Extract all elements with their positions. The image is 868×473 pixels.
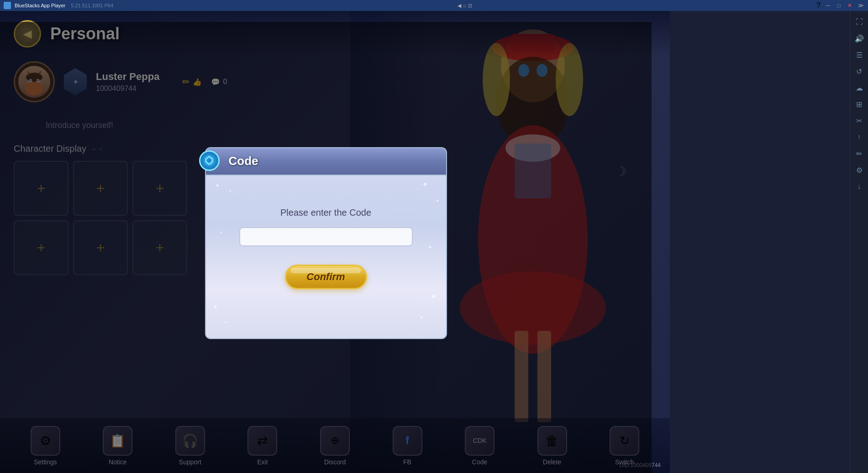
sparkle-2: ✦ — [229, 189, 232, 193]
sparkle-9: ✦ — [220, 230, 223, 234]
title-bar-nav: ◀ ⌂ ⊡ — [458, 3, 472, 9]
sparkle-6: ✦ — [224, 320, 227, 324]
sidebar-expand-icon[interactable]: ⛶ — [852, 15, 867, 29]
icon-question[interactable]: ? — [816, 1, 821, 10]
nav-back[interactable]: ◀ — [458, 3, 461, 9]
sparkle-10: ✦ — [428, 244, 432, 250]
sidebar-up-icon[interactable]: ↑ — [852, 130, 867, 144]
dialog-header: Code — [205, 147, 447, 175]
sidebar-toggle[interactable]: ≫ — [857, 2, 864, 9]
confirm-button[interactable]: Confirm — [285, 265, 367, 289]
title-bar-left: BlueStacks App Player 5.21.511.1001 P64 — [4, 2, 113, 9]
version-text: 5.21.511.1001 P64 — [71, 3, 113, 8]
maximize-btn[interactable]: □ — [835, 2, 842, 9]
app-name: BlueStacks App Player — [15, 3, 65, 8]
sparkle-8: ✦ — [420, 315, 423, 320]
sidebar-menu-icon[interactable]: ☰ — [852, 48, 867, 62]
modal-overlay: Code ✦ ✦ ✦ ✦ ✦ ✦ ✦ ✦ ✦ ✦ Please enter th… — [0, 22, 652, 473]
game-area: ☽ ◀ Personal — [0, 11, 670, 473]
nav-home[interactable]: ⌂ — [463, 3, 466, 8]
sidebar-cloud-icon[interactable]: ☁ — [852, 80, 867, 95]
title-bar-controls: ? ─ □ ✕ ≫ — [816, 1, 864, 10]
sidebar-grid-icon[interactable]: ⊞ — [852, 97, 867, 112]
dialog-title: Code — [229, 154, 258, 168]
minimize-btn[interactable]: ─ — [824, 2, 831, 9]
sparkle-5: ✦ — [213, 303, 218, 311]
code-input[interactable] — [239, 227, 413, 246]
title-bar: BlueStacks App Player 5.21.511.1001 P64 … — [0, 0, 868, 11]
right-sidebar: ⛶ 🔊 ☰ ↺ ☁ ⊞ ✂ ↑ ✏ ⚙ ↓ — [850, 11, 868, 473]
sidebar-rotate-icon[interactable]: ↺ — [852, 64, 867, 79]
code-dialog: Code ✦ ✦ ✦ ✦ ✦ ✦ ✦ ✦ ✦ ✦ Please enter th… — [205, 156, 447, 339]
sidebar-volume-icon[interactable]: 🔊 — [852, 31, 867, 46]
sparkle-1: ✦ — [215, 182, 220, 189]
dialog-prompt: Please enter the Code — [280, 207, 371, 218]
sidebar-scissors-icon[interactable]: ✂ — [852, 113, 867, 128]
dialog-gem-icon — [199, 150, 220, 171]
nav-save[interactable]: ⊡ — [468, 3, 472, 9]
sidebar-down-icon[interactable]: ↓ — [852, 179, 867, 194]
confirm-label: Confirm — [306, 271, 345, 283]
sparkle-3: ✦ — [422, 180, 428, 189]
sidebar-edit-icon[interactable]: ✏ — [852, 146, 867, 161]
sparkle-7: ✦ — [430, 292, 437, 302]
sparkle-4: ✦ — [436, 198, 439, 203]
dialog-body: ✦ ✦ ✦ ✦ ✦ ✦ ✦ ✦ ✦ ✦ Please enter the Cod… — [205, 175, 447, 339]
bluestacks-logo — [4, 2, 11, 9]
close-btn[interactable]: ✕ — [846, 2, 853, 9]
sidebar-settings-icon[interactable]: ⚙ — [852, 163, 867, 177]
